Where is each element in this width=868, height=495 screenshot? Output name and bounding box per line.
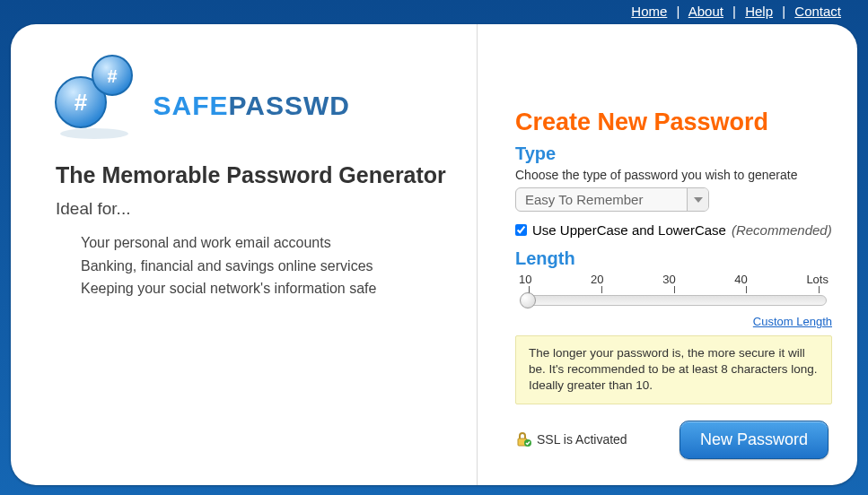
tick-label: 20 xyxy=(591,273,603,286)
type-label: Type xyxy=(515,143,832,164)
lock-icon xyxy=(515,431,531,447)
tick-label: 30 xyxy=(662,273,675,286)
nav-contact[interactable]: Contact xyxy=(794,4,841,19)
svg-text:#: # xyxy=(75,89,88,116)
ideal-item: Banking, financial and savings online se… xyxy=(81,255,452,278)
case-checkbox-hint: (Recommended) xyxy=(732,222,832,238)
logo-icon: # # xyxy=(45,44,144,143)
ideal-for-label: Ideal for... xyxy=(56,199,452,219)
svg-point-0 xyxy=(60,128,128,139)
nav-help[interactable]: Help xyxy=(745,4,773,19)
ideal-item: Keeping your social network's informatio… xyxy=(81,277,452,300)
nav-about[interactable]: About xyxy=(688,4,723,19)
chevron-down-icon xyxy=(687,188,708,211)
nav-home[interactable]: Home xyxy=(631,4,667,19)
create-heading: Create New Password xyxy=(515,109,832,136)
case-checkbox-label: Use UpperCase and LowerCase xyxy=(532,222,726,238)
nav-sep: | xyxy=(782,4,785,19)
left-panel: # # SAFEPASSWD The Memorable Password Ge… xyxy=(11,24,478,485)
case-checkbox[interactable] xyxy=(515,224,527,236)
svg-text:#: # xyxy=(107,66,117,86)
custom-length-link[interactable]: Custom Length xyxy=(753,315,832,328)
ideal-item: Your personal and work email accounts xyxy=(81,231,452,255)
bottom-row: SSL is Activated New Password xyxy=(515,421,832,459)
length-info: The longer your password is, the more se… xyxy=(515,335,832,404)
nav-sep: | xyxy=(732,4,736,19)
logo-text: SAFEPASSWD xyxy=(153,91,349,121)
case-checkbox-row: Use UpperCase and LowerCase (Recommended… xyxy=(515,222,832,238)
tagline: The Memorable Password Generator xyxy=(56,162,452,188)
length-tick-labels: 10 20 30 40 Lots xyxy=(515,273,832,286)
logo: # # SAFEPASSWD xyxy=(45,44,452,146)
new-password-button[interactable]: New Password xyxy=(679,421,829,459)
ssl-status: SSL is Activated xyxy=(515,431,627,447)
main-card: # # SAFEPASSWD The Memorable Password Ge… xyxy=(11,24,857,485)
length-label: Length xyxy=(515,248,832,269)
ssl-text: SSL is Activated xyxy=(537,432,627,447)
length-tick-marks xyxy=(522,286,825,293)
type-select-value: Easy To Remember xyxy=(516,188,687,211)
ideal-list: Your personal and work email accounts Ba… xyxy=(56,231,452,300)
tick-label: 10 xyxy=(519,273,531,286)
length-slider-thumb[interactable] xyxy=(520,292,536,308)
top-nav: Home | About | Help | Contact xyxy=(0,0,868,24)
tick-label: 40 xyxy=(734,273,747,286)
nav-sep: | xyxy=(676,4,679,19)
type-select[interactable]: Easy To Remember xyxy=(515,187,709,212)
length-slider[interactable] xyxy=(521,295,827,306)
type-helper: Choose the type of password you wish to … xyxy=(515,168,832,182)
right-panel: Create New Password Type Choose the type… xyxy=(478,24,857,485)
tick-label: Lots xyxy=(806,273,829,286)
